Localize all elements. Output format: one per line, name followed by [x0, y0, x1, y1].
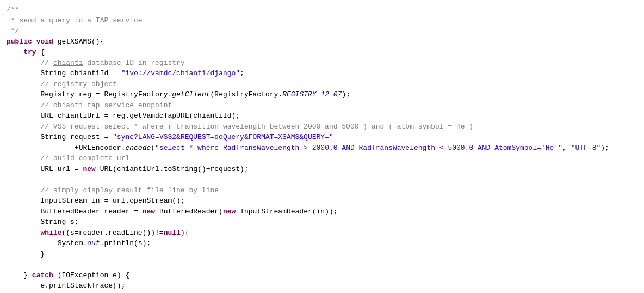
code-content: /** * send a query to a TAP service */ p…	[7, 4, 637, 293]
code-editor: /** * send a query to a TAP service */ p…	[0, 0, 644, 293]
